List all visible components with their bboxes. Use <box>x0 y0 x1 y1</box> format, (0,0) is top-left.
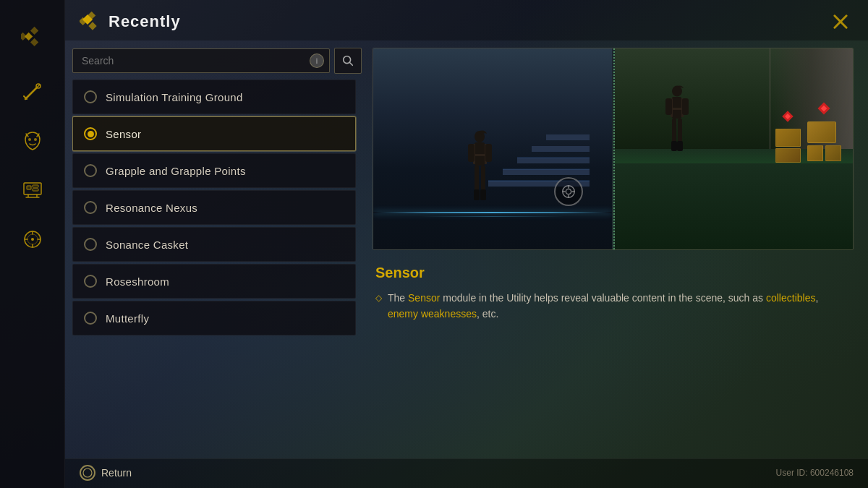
user-id: User ID: 600246108 <box>776 468 854 478</box>
terrain <box>615 149 854 249</box>
character-silhouette-left <box>464 128 496 215</box>
sidebar-item-home[interactable] <box>15 18 50 53</box>
svg-rect-17 <box>33 189 38 191</box>
svg-point-62 <box>672 86 682 97</box>
main-body: i Simulation Trai <box>65 40 868 458</box>
sidebar-item-system[interactable] <box>15 173 50 207</box>
detail-title: Sensor <box>375 265 851 281</box>
radio-btn-1 <box>84 127 97 140</box>
search-bar: i <box>72 48 362 74</box>
preview-image-right <box>615 48 854 249</box>
svg-rect-2 <box>30 38 38 46</box>
svg-rect-69 <box>671 141 677 151</box>
crate-small-2 <box>825 145 841 161</box>
svg-rect-72 <box>682 98 689 115</box>
sidebar <box>0 0 65 488</box>
svg-rect-3 <box>21 33 27 40</box>
svg-rect-50 <box>468 144 475 162</box>
return-button[interactable]: Return <box>80 465 132 481</box>
detail-panel: Sensor ◇ The Sensor module in the Utilit… <box>373 48 854 451</box>
sidebar-item-combat[interactable] <box>15 74 50 109</box>
crates-group <box>807 121 841 161</box>
page-title: Recently <box>109 12 181 31</box>
list-item-active[interactable]: Sensor <box>72 116 356 151</box>
svg-rect-51 <box>485 144 492 162</box>
sensor-overlay-icon <box>554 177 583 206</box>
list-item-label-1: Sensor <box>106 128 141 140</box>
crate-large <box>807 121 836 143</box>
return-label: Return <box>101 467 132 479</box>
header-diamond-icon <box>80 12 100 32</box>
scene-left <box>373 48 612 249</box>
collectible-icon-2 <box>780 108 796 124</box>
detail-text: Sensor ◇ The Sensor module in the Utilit… <box>373 259 854 328</box>
search-input-wrapper: i <box>72 48 330 73</box>
list-item-label-0: Simulation Training Ground <box>106 91 243 103</box>
svg-rect-66 <box>671 108 684 110</box>
search-button[interactable] <box>334 48 362 74</box>
close-button[interactable] <box>827 9 854 35</box>
svg-point-9 <box>28 138 31 141</box>
svg-line-8 <box>25 95 30 99</box>
list-item-label-3: Resonance Nexus <box>106 202 197 214</box>
list-item[interactable]: Simulation Training Ground <box>72 80 356 114</box>
scene-right <box>615 48 854 249</box>
content-area: Recently i <box>65 0 868 488</box>
search-input[interactable] <box>72 48 330 73</box>
header-title-group: Recently <box>80 12 181 32</box>
list-item-label-2: Grapple and Grapple Points <box>106 165 246 177</box>
svg-rect-16 <box>33 185 38 187</box>
svg-rect-48 <box>474 189 480 200</box>
svg-rect-37 <box>546 134 590 140</box>
bottom-bar: Return User ID: 600246108 <box>65 458 868 488</box>
list-item-label-5: Roseshroom <box>106 275 169 288</box>
svg-line-5 <box>37 85 40 87</box>
top-header: Recently <box>65 0 868 40</box>
list-scroll: Simulation Training Ground Sensor Grappl… <box>72 80 362 451</box>
sensor-highlight: Sensor <box>408 292 440 304</box>
preview-images <box>373 48 854 250</box>
svg-point-10 <box>34 138 37 141</box>
svg-rect-71 <box>665 98 672 115</box>
detail-description: ◇ The Sensor module in the Utility helps… <box>375 290 851 322</box>
radio-btn-4 <box>84 238 97 251</box>
svg-rect-49 <box>480 189 486 200</box>
list-item[interactable]: Grapple and Grapple Points <box>72 153 356 188</box>
sidebar-item-creatures[interactable] <box>15 124 50 158</box>
svg-point-53 <box>566 189 571 194</box>
sidebar-item-navigation[interactable] <box>15 222 50 257</box>
svg-rect-34 <box>503 169 590 175</box>
svg-rect-12 <box>27 186 31 189</box>
crate-small-1 <box>807 145 823 161</box>
radio-btn-5 <box>84 275 97 288</box>
search-info-icon[interactable]: i <box>310 53 324 68</box>
enemy-weaknesses-highlight: enemy weaknesses <box>388 308 477 320</box>
list-item[interactable]: Sonance Casket <box>72 227 356 262</box>
radio-btn-0 <box>84 90 97 103</box>
svg-rect-36 <box>532 146 590 152</box>
list-item[interactable]: Resonance Nexus <box>72 190 356 225</box>
list-item-label-4: Sonance Casket <box>106 239 188 251</box>
character-silhouette-right <box>662 83 692 163</box>
svg-rect-70 <box>677 141 683 151</box>
list-items: Simulation Training Ground Sensor Grappl… <box>72 80 362 335</box>
svg-rect-45 <box>473 154 487 156</box>
radio-btn-2 <box>84 164 97 177</box>
list-item-label-6: Mutterfly <box>106 312 149 325</box>
crate-m <box>775 129 801 147</box>
svg-rect-27 <box>88 22 96 30</box>
svg-point-73 <box>83 468 92 477</box>
return-icon <box>80 465 95 481</box>
svg-point-20 <box>31 238 34 241</box>
svg-rect-35 <box>517 158 590 163</box>
crate-m2 <box>775 148 801 163</box>
description-diamond-icon: ◇ <box>375 291 382 305</box>
list-item[interactable]: Mutterfly <box>72 301 356 335</box>
list-item[interactable]: Roseshroom <box>72 264 356 299</box>
radio-btn-6 <box>84 312 97 325</box>
radio-btn-3 <box>84 201 97 214</box>
description-text: The Sensor module in the Utility helps r… <box>388 290 851 322</box>
svg-line-32 <box>349 62 352 65</box>
image-separator <box>613 48 615 249</box>
collectibles-highlight: collectibles <box>766 292 815 304</box>
